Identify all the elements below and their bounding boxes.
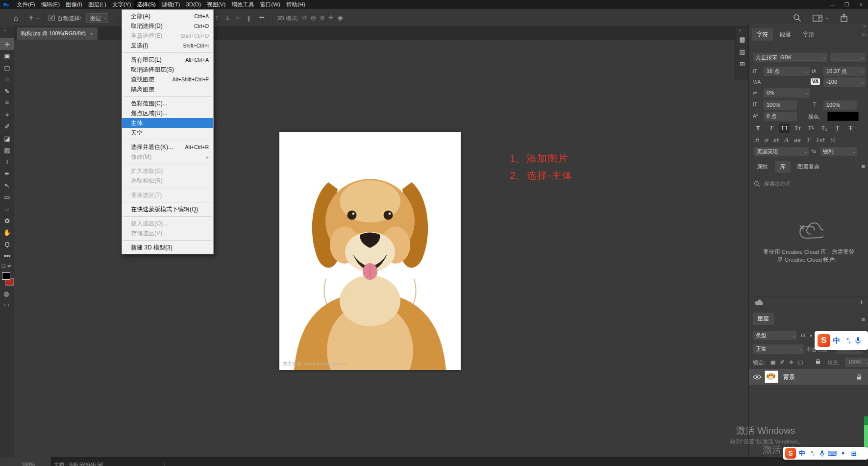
3d-mode-icon[interactable]: ⊕	[320, 14, 325, 21]
tsume-select[interactable]: 0%	[764, 88, 810, 98]
menu-item[interactable]: 取消选择图层(S)	[122, 65, 213, 74]
keyboard-icon[interactable]: ⌨	[827, 450, 838, 457]
menubar-item[interactable]: 图像(I)	[63, 0, 85, 9]
menu-item[interactable]: 在快速蒙版模式下编辑(Q)	[122, 204, 213, 214]
document-canvas[interactable]: 图虫创意 stock.tuchong.com	[279, 132, 461, 370]
menu-item[interactable]: 主体	[122, 118, 213, 128]
text-style-button[interactable]: Tᴛ	[793, 123, 803, 133]
opentype-button[interactable]: aa	[794, 137, 800, 144]
align-icon[interactable]: ⊢	[236, 15, 241, 22]
lock-option-icon[interactable]: ▦	[770, 359, 775, 366]
opentype-button[interactable]: A	[784, 137, 788, 144]
text-style-button[interactable]: TT	[779, 123, 790, 133]
lock-option-icon[interactable]: ✐	[780, 359, 784, 366]
quick-mask-icon[interactable]: ◍	[3, 290, 9, 297]
tool-item[interactable]: ✧	[0, 109, 14, 121]
tool-item[interactable]: ⌗	[0, 97, 14, 109]
microphone-icon[interactable]	[819, 450, 825, 457]
search-icon[interactable]	[793, 14, 801, 22]
font-size-select[interactable]: 16 点	[764, 67, 810, 76]
foreground-color-swatch[interactable]	[2, 272, 10, 280]
menubar-item[interactable]: 增效工具	[228, 0, 257, 9]
panel-tab[interactable]: 字符	[752, 28, 773, 41]
fill-field[interactable]: 100%	[845, 358, 868, 367]
tool-item[interactable]: ◌	[0, 203, 14, 215]
menu-item[interactable]	[122, 138, 213, 142]
auto-select-target-dropdown[interactable]: 图层⌄	[86, 13, 108, 23]
auto-select-checkbox[interactable]: ✓	[49, 15, 55, 21]
menubar-item[interactable]: 视图(V)	[204, 0, 228, 9]
menu-item[interactable]: 存储选区(V)...	[122, 228, 213, 238]
tool-item[interactable]: T	[0, 156, 14, 168]
tool-item[interactable]: ✋	[0, 226, 14, 238]
text-style-button[interactable]: T	[753, 123, 763, 133]
default-colors-icon[interactable]: ❏	[1, 264, 5, 269]
panel-menu-icon[interactable]: ≡	[861, 163, 865, 170]
align-icon[interactable]: ∥	[247, 15, 250, 22]
zoom-level[interactable]: 100%	[22, 462, 35, 466]
panel-menu-icon[interactable]: ≡	[861, 30, 865, 38]
menu-item[interactable]: 扩大选取(G)	[122, 166, 213, 176]
menu-item[interactable]	[122, 214, 213, 219]
tool-item[interactable]: ✒	[0, 168, 14, 179]
panel-icon[interactable]: ▤	[739, 36, 745, 43]
tool-item[interactable]: ✎	[0, 85, 14, 97]
tool-item[interactable]: ▢	[0, 62, 14, 74]
vertical-scale-field[interactable]: 100%	[764, 100, 797, 110]
menu-item[interactable]: 选取相似(R)	[122, 176, 213, 186]
move-tool-icon[interactable]: ✛	[28, 14, 34, 22]
panel-tab[interactable]: 库	[775, 161, 791, 173]
menubar-item[interactable]: 文件(F)	[14, 0, 38, 9]
menu-item[interactable]: 焦点区域(U)...	[122, 108, 213, 118]
menu-item[interactable]: 变换选区(T)	[122, 190, 213, 200]
3d-mode-icon[interactable]: ✛	[329, 14, 334, 21]
menubar-item[interactable]: 滤镜(T)	[159, 0, 183, 9]
ime-toolbox-icon[interactable]: ⊞	[848, 450, 859, 457]
menu-item[interactable]: 所有图层(L) Alt+Ctrl+A	[122, 55, 213, 65]
menu-item[interactable]: 反选(I) Shift+Ctrl+I	[122, 41, 213, 50]
text-style-button[interactable]: T₁	[819, 123, 829, 133]
tool-item[interactable]: ✿	[0, 215, 14, 226]
horizontal-scale-field[interactable]: 100%	[823, 100, 857, 110]
layer-thumbnail[interactable]	[765, 370, 778, 383]
menu-item[interactable]: 新建 3D 模型(3)	[122, 243, 213, 252]
panel-tab[interactable]: 属性	[752, 161, 773, 173]
menubar-item[interactable]: 选择(S)	[134, 0, 158, 9]
menu-item[interactable]: 载入选区(O)...	[122, 219, 213, 228]
tool-item[interactable]: ↖	[0, 179, 14, 191]
blend-mode-select[interactable]: 正常	[753, 344, 804, 354]
menu-item[interactable]: 修改(M)	[122, 152, 213, 162]
ime-punctuation-icon[interactable]: °,	[843, 337, 854, 344]
panel-tab[interactable]: 图层复合	[793, 161, 825, 173]
tool-item[interactable]: ▨	[0, 144, 14, 156]
expand-panels-icon[interactable]: «	[739, 28, 741, 33]
3d-mode-icon[interactable]: ◎	[311, 14, 316, 21]
language-select[interactable]: 美国英语	[754, 147, 809, 156]
baseline-shift-field[interactable]: 0 点	[764, 112, 797, 121]
opentype-button[interactable]: st	[773, 137, 778, 144]
chevron-down-icon[interactable]: ⌄	[825, 16, 829, 20]
menu-item[interactable]: 色彩范围(C)...	[122, 98, 213, 108]
menu-item[interactable]: 选择并遮住(K)... Alt+Ctrl+R	[122, 142, 213, 152]
3d-mode-icon[interactable]: ↺	[302, 14, 307, 21]
sogou-logo-icon[interactable]: S	[785, 448, 796, 459]
close-tab-icon[interactable]: ×	[90, 31, 93, 37]
leading-select[interactable]: 10.37 点	[823, 67, 866, 76]
sogou-logo-icon[interactable]: S	[818, 334, 830, 347]
document-tab[interactable]: 狗狗.jpg @ 100%(RGB/8#) ×	[17, 27, 98, 40]
collapse-dock-icon[interactable]: »	[863, 24, 866, 28]
collapse-toolbar-icon[interactable]: »	[3, 28, 6, 33]
menubar-item[interactable]: 图层(L)	[85, 0, 109, 9]
lock-option-icon[interactable]: ▢	[798, 359, 803, 366]
align-icon[interactable]: ⊥	[225, 15, 230, 22]
opentype-button[interactable]: 1st	[815, 137, 824, 144]
menu-item[interactable]: 取消选择(D) Ctrl+D	[122, 21, 213, 31]
menu-item[interactable]	[122, 186, 213, 190]
chevron-down-icon[interactable]: ⌄	[37, 16, 40, 20]
library-search-input[interactable]: 搜索所有库	[754, 180, 791, 188]
text-color-swatch[interactable]	[827, 112, 859, 121]
menu-item[interactable]	[122, 238, 213, 243]
lock-option-icon[interactable]: ✛	[789, 359, 794, 366]
menubar-item[interactable]: 编辑(E)	[38, 0, 63, 9]
text-style-button[interactable]: T	[766, 123, 776, 133]
